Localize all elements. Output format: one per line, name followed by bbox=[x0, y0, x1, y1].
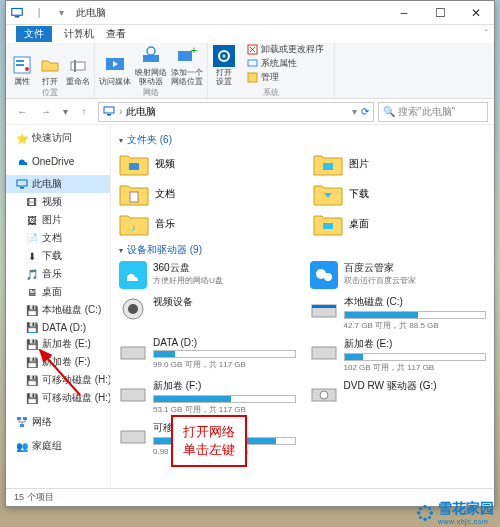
rename-button[interactable]: 重命名 bbox=[66, 54, 90, 86]
minimize-button[interactable]: – bbox=[386, 1, 422, 25]
address-dropdown-icon[interactable]: ▾ bbox=[352, 106, 357, 117]
svg-rect-21 bbox=[248, 73, 257, 82]
svg-text:♪: ♪ bbox=[131, 222, 136, 233]
drive-icon bbox=[119, 337, 147, 365]
uninstall-link[interactable]: 卸载或更改程序 bbox=[246, 43, 324, 56]
nav-back-button[interactable]: ← bbox=[12, 102, 32, 122]
svg-rect-6 bbox=[71, 62, 85, 70]
folder-icon: ⬇ bbox=[26, 250, 38, 262]
map-drive-label: 映射网络 驱动器 bbox=[135, 68, 167, 86]
svg-rect-3 bbox=[16, 60, 24, 62]
drive-icon: 💾 bbox=[26, 321, 38, 333]
monitor-icon bbox=[10, 6, 24, 20]
drive-360cloud[interactable]: 360云盘方便好用的网络U盘 bbox=[119, 261, 296, 289]
svg-point-55 bbox=[419, 506, 422, 509]
address-box[interactable]: › 此电脑 ▾ ⟳ bbox=[98, 102, 374, 122]
sidebar-item-drive-e[interactable]: 💾新加卷 (E:) bbox=[6, 335, 110, 353]
folder-icon bbox=[119, 151, 149, 177]
open-icon bbox=[39, 54, 61, 76]
svg-point-5 bbox=[25, 67, 29, 71]
properties-icon bbox=[11, 54, 33, 76]
svg-rect-45 bbox=[121, 389, 145, 401]
drive-e[interactable]: 新加卷 (E:)102 GB 可用，共 117 GB bbox=[310, 337, 487, 373]
annotation-box: 打开网络 单击左键 bbox=[171, 415, 247, 467]
nav-forward-button[interactable]: → bbox=[36, 102, 56, 122]
checkbox-icon[interactable]: ▾ bbox=[54, 6, 68, 20]
refresh-button[interactable]: ⟳ bbox=[361, 106, 369, 117]
folder-music[interactable]: ♪音乐 bbox=[119, 211, 293, 237]
sidebar-item-homegroup[interactable]: 👥家庭组 bbox=[6, 437, 110, 455]
sidebar-item-drive-h[interactable]: 💾可移动磁盘 (H:) bbox=[6, 371, 110, 389]
sidebar-item-onedrive[interactable]: OneDrive bbox=[6, 153, 110, 169]
sysprops-link[interactable]: 系统属性 bbox=[246, 57, 324, 70]
folder-icon: 🎞 bbox=[26, 196, 38, 208]
sidebar-item-drive-c[interactable]: 💾本地磁盘 (C:) bbox=[6, 301, 110, 319]
maximize-button[interactable]: ☐ bbox=[422, 1, 458, 25]
sidebar-item-desktop[interactable]: 🖥桌面 bbox=[6, 283, 110, 301]
access-media-button[interactable]: 访问媒体 bbox=[99, 54, 131, 86]
add-netloc-label: 添加一个 网络位置 bbox=[171, 68, 203, 86]
svg-point-57 bbox=[419, 515, 422, 518]
sidebar-item-drive-f[interactable]: 💾新加卷 (F:) bbox=[6, 353, 110, 371]
svg-rect-7 bbox=[74, 60, 76, 72]
settings-icon bbox=[213, 45, 235, 67]
folders-group-header[interactable]: 文件夹 (6) bbox=[119, 133, 486, 147]
sidebar-item-quick-access[interactable]: ⭐快速访问 bbox=[6, 129, 110, 147]
folder-desktop[interactable]: 桌面 bbox=[313, 211, 487, 237]
sidebar-item-music[interactable]: 🎵音乐 bbox=[6, 265, 110, 283]
watermark: 雪花家园 www.xhjc.com bbox=[416, 500, 494, 525]
svg-rect-44 bbox=[312, 347, 336, 359]
ribbon-expand-icon[interactable]: ˇ bbox=[485, 29, 488, 40]
titlebar: | ▾ 此电脑 – ☐ ✕ bbox=[6, 1, 494, 25]
tab-view[interactable]: 查看 bbox=[106, 27, 126, 41]
netloc-icon: + bbox=[176, 45, 198, 67]
sidebar-item-drive-h2[interactable]: 💾可移动磁盘 (H:) bbox=[6, 389, 110, 407]
sidebar-item-videos[interactable]: 🎞视频 bbox=[6, 193, 110, 211]
manage-link[interactable]: 管理 bbox=[246, 71, 324, 84]
open-settings-button[interactable]: 打开 设置 bbox=[212, 45, 236, 86]
ribbon-group-system: 打开 设置 卸载或更改程序 系统属性 管理 系统 bbox=[208, 43, 335, 98]
ribbon-group-location: 属性 打开 重命名 位置 bbox=[6, 43, 95, 98]
sidebar-item-pictures[interactable]: 🖼图片 bbox=[6, 211, 110, 229]
close-button[interactable]: ✕ bbox=[458, 1, 494, 25]
folder-icon bbox=[119, 181, 149, 207]
sidebar-item-drive-d[interactable]: 💾DATA (D:) bbox=[6, 319, 110, 335]
search-box[interactable]: 🔍 搜索"此电脑" bbox=[378, 102, 488, 122]
svg-rect-1 bbox=[15, 16, 20, 18]
nav-up-button[interactable]: ↑ bbox=[74, 102, 94, 122]
sidebar-item-documents[interactable]: 📄文档 bbox=[6, 229, 110, 247]
history-dropdown[interactable]: ▾ bbox=[60, 102, 70, 122]
sidebar-item-downloads[interactable]: ⬇下载 bbox=[6, 247, 110, 265]
folder-downloads[interactable]: 下载 bbox=[313, 181, 487, 207]
folder-pictures[interactable]: 图片 bbox=[313, 151, 487, 177]
folder-documents[interactable]: 文档 bbox=[119, 181, 293, 207]
tab-computer[interactable]: 计算机 bbox=[64, 27, 94, 41]
svg-point-56 bbox=[428, 506, 431, 509]
svg-rect-48 bbox=[121, 431, 145, 443]
svg-point-38 bbox=[324, 273, 332, 281]
drives-group-header[interactable]: 设备和驱动器 (9) bbox=[119, 243, 486, 257]
tab-file[interactable]: 文件 bbox=[16, 26, 52, 42]
drive-baidu[interactable]: 百度云管家双击运行百度云管家 bbox=[310, 261, 487, 289]
explorer-window: | ▾ 此电脑 – ☐ ✕ 文件 计算机 查看 ˇ 属性 打开 bbox=[5, 0, 495, 507]
sysprops-icon bbox=[246, 58, 258, 70]
sidebar-item-network[interactable]: 网络 bbox=[6, 413, 110, 431]
content-pane: 文件夹 (6) 视频 图片 文档 下载 ♪音乐 桌面 设备和驱动器 (9) 36… bbox=[111, 125, 494, 488]
baidu-icon bbox=[310, 261, 338, 289]
map-drive-button[interactable]: 映射网络 驱动器 bbox=[135, 45, 167, 86]
drive-video-device[interactable]: 视频设备 bbox=[119, 295, 296, 331]
usb-icon bbox=[119, 421, 147, 449]
drive-c[interactable]: 本地磁盘 (C:)42.7 GB 可用，共 88.5 GB bbox=[310, 295, 487, 331]
drive-f[interactable]: 新加卷 (F:)53.1 GB 可用，共 117 GB bbox=[119, 379, 296, 415]
drive-icon: 💾 bbox=[26, 304, 38, 316]
sidebar-item-thispc[interactable]: 此电脑 bbox=[6, 175, 110, 193]
svg-point-58 bbox=[428, 515, 431, 518]
homegroup-icon: 👥 bbox=[16, 440, 28, 452]
drive-d[interactable]: DATA (D:)99.0 GB 可用，共 117 GB bbox=[119, 337, 296, 373]
manage-icon bbox=[246, 72, 258, 84]
properties-button[interactable]: 属性 bbox=[10, 54, 34, 86]
drive-dvd[interactable]: DVD RW 驱动器 (G:) bbox=[310, 379, 487, 415]
open-button[interactable]: 打开 bbox=[38, 54, 62, 86]
folder-videos[interactable]: 视频 bbox=[119, 151, 293, 177]
add-netloc-button[interactable]: + 添加一个 网络位置 bbox=[171, 45, 203, 86]
